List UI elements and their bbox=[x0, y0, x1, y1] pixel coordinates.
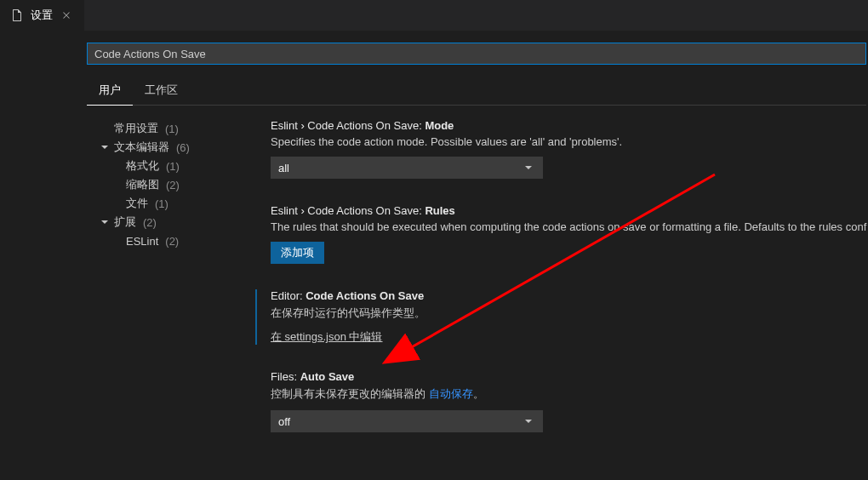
sidebar-item-eslint[interactable]: ESLint (2) bbox=[87, 231, 242, 250]
sidebar-item-text-editor[interactable]: 文本编辑器 (6) bbox=[87, 138, 242, 157]
setting-name: Auto Save bbox=[300, 370, 355, 383]
setting-eslint-mode: Eslint › Code Actions On Save: Mode Spec… bbox=[271, 119, 868, 179]
desc-text: 。 bbox=[473, 387, 484, 400]
select-value: off bbox=[278, 415, 290, 428]
sidebar-item-formatting[interactable]: 格式化 (1) bbox=[87, 157, 242, 175]
sidebar-item-label: 文件 bbox=[126, 196, 148, 211]
settings-search-input[interactable] bbox=[87, 43, 866, 65]
sidebar-item-label: 缩略图 bbox=[126, 177, 159, 192]
sidebar-item-label: 常用设置 bbox=[114, 121, 158, 136]
sidebar-item-extensions[interactable]: 扩展 (2) bbox=[87, 213, 242, 231]
setting-title: Files: Auto Save bbox=[271, 370, 868, 383]
sidebar-item-count: (2) bbox=[143, 216, 157, 229]
chevron-down-icon bbox=[522, 414, 535, 428]
select-auto-save[interactable]: off bbox=[271, 410, 543, 432]
setting-name: Code Actions On Save bbox=[306, 289, 424, 302]
setting-description: The rules that should be executed when c… bbox=[271, 220, 868, 233]
scope-tabs: 用户 工作区 bbox=[87, 77, 866, 106]
chevron-down-icon bbox=[99, 217, 111, 227]
desc-text: 控制具有未保存更改的编辑器的 bbox=[271, 387, 429, 400]
setting-editor-code-actions: Editor: Code Actions On Save 在保存时运行的代码操作… bbox=[271, 289, 868, 345]
setting-scope: Editor: bbox=[271, 289, 306, 302]
setting-title: Editor: Code Actions On Save bbox=[271, 289, 868, 302]
setting-title: Eslint › Code Actions On Save: Rules bbox=[271, 204, 868, 217]
select-value: all bbox=[278, 162, 289, 174]
add-item-button[interactable]: 添加项 bbox=[271, 242, 324, 264]
file-icon bbox=[10, 9, 24, 22]
setting-scope: Eslint › Code Actions On Save: bbox=[271, 204, 425, 217]
chevron-down-icon bbox=[99, 142, 111, 152]
sidebar-item-minimap[interactable]: 缩略图 (2) bbox=[87, 175, 242, 194]
scope-tab-workspace[interactable]: 工作区 bbox=[133, 77, 190, 106]
sidebar-item-common[interactable]: 常用设置 (1) bbox=[87, 119, 242, 138]
auto-save-link[interactable]: 自动保存 bbox=[429, 387, 473, 400]
sidebar-item-count: (2) bbox=[165, 235, 179, 248]
tab-settings[interactable]: 设置 bbox=[0, 0, 84, 31]
scope-tab-user[interactable]: 用户 bbox=[87, 77, 133, 106]
setting-title: Eslint › Code Actions On Save: Mode bbox=[271, 119, 868, 132]
setting-description: 控制具有未保存更改的编辑器的 自动保存。 bbox=[271, 386, 868, 402]
sidebar-item-label: 扩展 bbox=[114, 214, 136, 230]
sidebar-item-count: (1) bbox=[165, 123, 179, 135]
setting-eslint-rules: Eslint › Code Actions On Save: Rules The… bbox=[271, 204, 868, 264]
tab-label: 设置 bbox=[31, 8, 53, 23]
sidebar-item-label: ESLint bbox=[126, 235, 158, 248]
sidebar-item-count: (2) bbox=[166, 179, 180, 191]
title-bar: 设置 bbox=[0, 0, 868, 31]
edit-in-settings-json-link[interactable]: 在 settings.json 中编辑 bbox=[271, 330, 383, 343]
modified-indicator bbox=[255, 289, 257, 345]
setting-description: 在保存时运行的代码操作类型。 bbox=[271, 306, 868, 321]
chevron-down-icon bbox=[522, 161, 535, 174]
settings-sidebar: 常用设置 (1) 文本编辑器 (6) 格式化 (1) 缩略图 (2) 文件 (1… bbox=[0, 119, 242, 480]
sidebar-item-count: (6) bbox=[176, 141, 190, 154]
setting-name: Rules bbox=[425, 204, 454, 217]
close-icon[interactable] bbox=[60, 9, 73, 22]
sidebar-item-count: (1) bbox=[155, 197, 168, 210]
sidebar-item-label: 文本编辑器 bbox=[114, 140, 169, 155]
setting-name: Mode bbox=[425, 119, 454, 132]
sidebar-item-count: (1) bbox=[166, 160, 180, 173]
tab-bar-space bbox=[84, 0, 868, 31]
setting-scope: Files: bbox=[271, 370, 300, 383]
setting-files-auto-save: Files: Auto Save 控制具有未保存更改的编辑器的 自动保存。 of… bbox=[271, 370, 868, 432]
settings-list: Eslint › Code Actions On Save: Mode Spec… bbox=[242, 119, 868, 480]
sidebar-item-files[interactable]: 文件 (1) bbox=[87, 194, 242, 213]
setting-description: Specifies the code action mode. Possible… bbox=[271, 135, 868, 148]
select-eslint-mode[interactable]: all bbox=[271, 157, 543, 179]
sidebar-item-label: 格式化 bbox=[126, 158, 159, 174]
setting-scope: Eslint › Code Actions On Save: bbox=[271, 119, 425, 132]
